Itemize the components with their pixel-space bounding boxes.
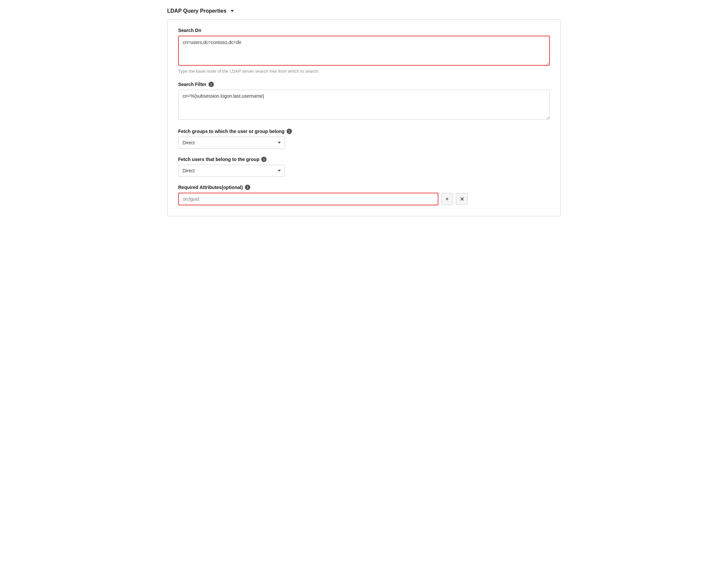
- fetch-users-group: Fetch users that belong to the group i D…: [178, 157, 550, 177]
- main-container: LDAP Query Properties Search Dn cn=users…: [167, 8, 561, 216]
- required-attributes-label: Required Attributes(optional) i: [178, 185, 550, 190]
- fetch-groups-group: Fetch groups to which the user or group …: [178, 129, 550, 149]
- search-filter-input[interactable]: cn=%{subsession.logon.last.username}: [178, 90, 550, 120]
- fetch-groups-select-wrapper: Direct Recursive None: [178, 137, 285, 149]
- fetch-groups-label: Fetch groups to which the user or group …: [178, 129, 550, 134]
- section-header[interactable]: LDAP Query Properties: [167, 8, 561, 14]
- required-attributes-group: Required Attributes(optional) i + ✕: [178, 185, 550, 205]
- fetch-groups-info-icon: i: [287, 129, 292, 134]
- search-dn-label: Search Dn: [178, 28, 550, 33]
- fetch-users-info-icon: i: [261, 157, 266, 162]
- search-dn-group: Search Dn cn=users,dc=contoso,dc=dir Typ…: [178, 28, 550, 74]
- search-filter-info-icon: i: [209, 82, 214, 87]
- required-attributes-info-icon: i: [245, 185, 250, 190]
- search-filter-group: Search Filter i cn=%{subsession.logon.la…: [178, 82, 550, 121]
- fetch-groups-select[interactable]: Direct Recursive None: [178, 137, 285, 149]
- section-body: Search Dn cn=users,dc=contoso,dc=dir Typ…: [167, 19, 561, 216]
- chevron-down-icon: [231, 10, 234, 12]
- remove-attribute-button[interactable]: ✕: [456, 193, 468, 205]
- section-title: LDAP Query Properties: [167, 8, 227, 14]
- search-filter-label: Search Filter i: [178, 82, 550, 87]
- attributes-row: + ✕: [178, 193, 550, 205]
- search-dn-input[interactable]: cn=users,dc=contoso,dc=dir: [178, 36, 550, 66]
- fetch-users-select[interactable]: Direct Recursive None: [178, 165, 285, 177]
- fetch-users-label: Fetch users that belong to the group i: [178, 157, 550, 162]
- required-attributes-input[interactable]: [178, 193, 438, 205]
- fetch-users-select-wrapper: Direct Recursive None: [178, 165, 285, 177]
- search-dn-hint: Type the base node of the LDAP server se…: [178, 69, 550, 74]
- add-attribute-button[interactable]: +: [441, 193, 453, 205]
